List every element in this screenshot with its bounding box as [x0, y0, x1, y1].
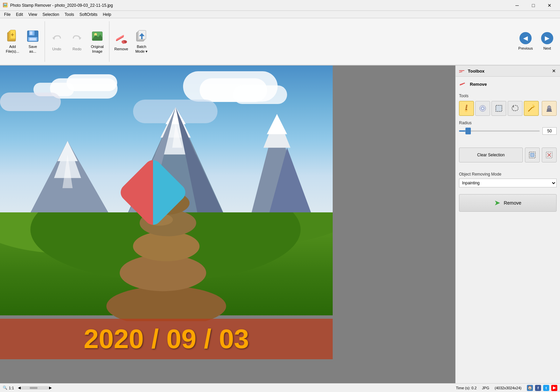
- radius-slider-thumb[interactable]: [465, 128, 471, 134]
- remove-section-header: Remove: [456, 77, 560, 90]
- svg-rect-47: [114, 154, 153, 231]
- remove-toolbar-button[interactable]: Remove: [111, 20, 131, 63]
- batch-mode-icon: [135, 29, 148, 43]
- svg-rect-49: [459, 70, 464, 71]
- menu-edit[interactable]: Edit: [13, 11, 26, 18]
- canvas-area[interactable]: 2020 / 09 / 03: [0, 66, 455, 383]
- minimize-button[interactable]: ─: [509, 0, 525, 11]
- image-dimensions: (4032x3024x24): [494, 386, 521, 390]
- add-files-label: AddFile(s)...: [6, 44, 19, 54]
- toolbox-header: Toolbox ✕: [456, 66, 560, 77]
- lasso-button[interactable]: [508, 101, 523, 116]
- clear-selection-button[interactable]: Clear Selection: [459, 148, 523, 162]
- zoom-icon: 🔍: [3, 386, 7, 390]
- svg-point-66: [533, 105, 534, 107]
- brush-tool-button[interactable]: [459, 101, 474, 116]
- app-icon: 🖼️: [3, 3, 8, 8]
- undo-button[interactable]: Undo: [47, 20, 67, 63]
- menu-selection[interactable]: Selection: [40, 11, 62, 18]
- save-as-icon: [26, 29, 40, 43]
- redo-button[interactable]: Redo: [67, 20, 87, 63]
- select-all-button[interactable]: [525, 148, 540, 162]
- previous-button[interactable]: ◀ Previous: [515, 20, 536, 63]
- remove-action-button[interactable]: ➤ Remove: [459, 194, 557, 212]
- remove-toolbar-label: Remove: [114, 47, 128, 51]
- add-files-button[interactable]: + AddFile(s)...: [3, 20, 22, 63]
- rect-select-button[interactable]: [491, 101, 506, 116]
- menu-view[interactable]: View: [26, 11, 40, 18]
- maximize-button[interactable]: □: [526, 0, 541, 11]
- toolbox-panel: Toolbox ✕ Remove Tools: [455, 66, 560, 383]
- stamp-button[interactable]: [542, 101, 557, 116]
- original-image-icon: [91, 29, 104, 43]
- lasso-icon: [511, 104, 519, 113]
- scroll-left-icon[interactable]: ◀: [18, 386, 21, 390]
- batch-mode-button[interactable]: BatchMode ▾: [132, 20, 151, 63]
- save-as-button[interactable]: Saveas...: [23, 20, 43, 63]
- remove-arrow-icon: ➤: [494, 199, 500, 207]
- svg-marker-9: [52, 36, 55, 40]
- original-image-button[interactable]: OriginalImage: [87, 20, 107, 63]
- eraser-icon: [478, 104, 487, 113]
- svg-point-38: [106, 286, 226, 321]
- save-as-label: Saveas...: [28, 44, 37, 54]
- toolbar-divider-1: [45, 21, 45, 62]
- undo-label: Undo: [52, 47, 61, 51]
- toolbox-icon: [458, 68, 465, 74]
- clear-selection-label: Clear Selection: [477, 153, 505, 157]
- twitter-icon[interactable]: t: [543, 385, 549, 391]
- svg-rect-8: [29, 38, 36, 41]
- photo-display: 2020 / 09 / 03: [0, 66, 333, 359]
- radius-slider-track[interactable]: [459, 130, 540, 132]
- file-format: JPG: [482, 386, 489, 390]
- window-title: Photo Stamp Remover - photo_2020-09-03_2…: [10, 3, 113, 8]
- stamp-icon: [545, 104, 554, 113]
- navigation-area: ◀ Previous ▶ Next: [515, 20, 557, 63]
- scroll-track[interactable]: [21, 387, 48, 389]
- redo-icon: [70, 32, 84, 46]
- home-icon[interactable]: 🏠: [527, 385, 533, 391]
- tools-row: [459, 101, 557, 116]
- menu-softorbits[interactable]: SoftOrbits: [77, 11, 100, 18]
- menu-file[interactable]: File: [1, 11, 13, 18]
- menu-tools[interactable]: Tools: [62, 11, 77, 18]
- facebook-icon[interactable]: f: [535, 385, 541, 391]
- previous-label: Previous: [518, 46, 533, 50]
- undo-icon: [50, 32, 63, 46]
- svg-rect-68: [547, 109, 551, 111]
- toolbox-title-row: Toolbox: [458, 68, 485, 74]
- svg-rect-50: [459, 71, 462, 73]
- zoom-level: 1:1: [9, 386, 14, 390]
- menu-bar: File Edit View Selection Tools SoftOrbit…: [0, 11, 560, 18]
- magic-wand-button[interactable]: [524, 101, 539, 116]
- scroll-right-icon[interactable]: ▶: [49, 386, 52, 390]
- social-icons: 🏠 f t ▶: [527, 385, 557, 391]
- eraser-tool-button[interactable]: [475, 101, 490, 116]
- youtube-icon[interactable]: ▶: [551, 385, 557, 391]
- mode-select[interactable]: Inpainting Content-Aware Smart Fill: [459, 179, 557, 187]
- svg-rect-6: [30, 31, 32, 35]
- next-label: Next: [543, 46, 551, 50]
- radius-label: Radius: [459, 121, 557, 125]
- svg-rect-69: [546, 111, 552, 112]
- svg-rect-60: [496, 105, 502, 111]
- radius-slider-fill: [459, 130, 465, 132]
- radius-slider-row: 50: [459, 127, 557, 135]
- deselect-button[interactable]: [542, 148, 557, 162]
- svg-rect-48: [153, 154, 192, 231]
- tools-label: Tools: [459, 94, 557, 98]
- scroll-indicator[interactable]: ◀ ▶: [18, 386, 52, 390]
- scroll-thumb[interactable]: [30, 387, 37, 389]
- menu-help[interactable]: Help: [100, 11, 114, 18]
- zoom-indicator: 🔍 1:1: [3, 386, 14, 390]
- brush-icon: [462, 104, 471, 113]
- rect-select-icon: [494, 104, 503, 113]
- tools-section: Tools: [456, 90, 560, 119]
- next-button[interactable]: ▶ Next: [537, 20, 557, 63]
- svg-marker-26: [166, 107, 186, 124]
- deselect-icon: [545, 151, 553, 159]
- close-button[interactable]: ✕: [542, 0, 557, 11]
- window-controls: ─ □ ✕: [509, 0, 557, 11]
- radius-value[interactable]: 50: [542, 127, 557, 135]
- toolbox-close-button[interactable]: ✕: [551, 68, 557, 74]
